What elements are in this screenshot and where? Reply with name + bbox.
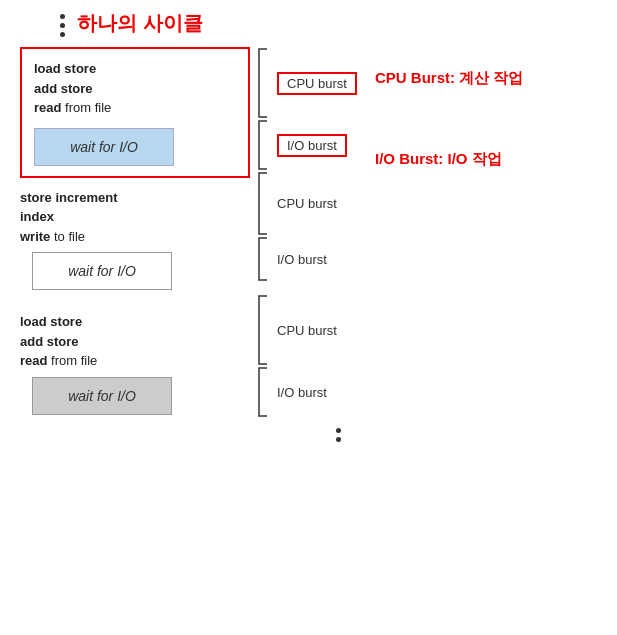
dot-bottom-1	[336, 428, 341, 433]
left-column: load store add store read from file wait…	[20, 47, 250, 418]
io-burst-label-plain: I/O burst	[277, 252, 327, 267]
bracket-svg-cpu-2	[255, 171, 277, 236]
io-bracket-plain-2: I/O burst	[255, 366, 617, 418]
bracket-svg-cpu-3	[255, 294, 277, 366]
cpu-section-3: load store add store read from file	[20, 302, 250, 377]
cpu-burst-label-plain-2: CPU burst	[277, 323, 337, 338]
io-section-3: wait for I/O	[20, 377, 250, 415]
io-section-2: wait for I/O	[20, 252, 250, 290]
cpu-code-1: load store add store read from file	[34, 59, 236, 118]
page-title: 하나의 사이클	[77, 10, 203, 37]
dot-1	[60, 14, 65, 19]
dot-3	[60, 32, 65, 37]
bracket-svg-io-2	[255, 236, 277, 282]
cpu-section-1: load store add store read from file	[34, 59, 236, 118]
annotation-io: I/O Burst: I/O 작업	[375, 148, 523, 169]
cpu-bracket-plain-2: CPU burst	[255, 294, 617, 366]
wait-box-blue-1: wait for I/O	[34, 128, 174, 166]
title-area: 하나의 사이클	[60, 10, 617, 39]
io-burst-label-plain-2: I/O burst	[277, 385, 327, 400]
bracket-svg-io-3	[255, 366, 277, 418]
right-column: CPU burst I/O burst CPU burst	[255, 47, 617, 418]
cpu-burst-label-red: CPU burst	[277, 72, 357, 95]
page-container: 하나의 사이클 load store add store read from f…	[0, 0, 617, 635]
cpu-section-2: store increment index write to file	[20, 178, 250, 253]
bracket-svg-cpu-1	[255, 47, 277, 119]
io-bracket-plain: I/O burst	[255, 236, 617, 282]
dot-2	[60, 23, 65, 28]
wait-box-gray-1: wait for I/O	[32, 377, 172, 415]
cpu-code-3: load store add store read from file	[20, 312, 238, 371]
cpu-code-2: store increment index write to file	[20, 188, 238, 247]
dot-bottom-2	[336, 437, 341, 442]
wait-box-white-1: wait for I/O	[32, 252, 172, 290]
dots-bottom	[60, 426, 617, 444]
cpu-burst-label-plain: CPU burst	[277, 196, 337, 211]
cycle-box: load store add store read from file wait…	[20, 47, 250, 178]
io-burst-label-red: I/O burst	[277, 134, 347, 157]
cpu-bracket-plain: CPU burst	[255, 171, 617, 236]
annotations: CPU Burst: 계산 작업 I/O Burst: I/O 작업	[375, 67, 523, 169]
io-section-1: wait for I/O	[34, 128, 236, 166]
dots-top	[60, 10, 65, 39]
bracket-svg-io-1	[255, 119, 277, 171]
annotation-cpu: CPU Burst: 계산 작업	[375, 67, 523, 88]
